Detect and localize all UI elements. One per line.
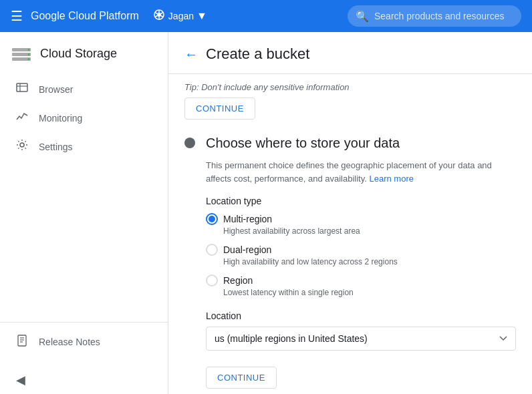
radio-row-region[interactable]: Region [206, 274, 516, 286]
svg-point-17 [20, 143, 24, 147]
settings-icon [16, 139, 28, 154]
svg-line-5 [161, 15, 164, 17]
location-type-heading: Location type [206, 196, 516, 206]
project-name: Jagan [168, 11, 194, 21]
radio-dual-region[interactable] [206, 244, 218, 256]
sidebar-item-monitoring-label: Monitoring [39, 113, 82, 124]
project-dropdown-icon: ▼ [196, 10, 207, 22]
radio-label-multi-region: Multi-region [223, 214, 272, 224]
radio-option-dual-region: Dual-region High availability and low la… [206, 244, 516, 266]
sidebar-item-settings[interactable]: Settings [0, 132, 168, 161]
radio-option-multi-region: Multi-region Highest availability across… [206, 213, 516, 236]
svg-rect-14 [17, 83, 27, 91]
radio-region[interactable] [206, 274, 218, 286]
sidebar-item-browser[interactable]: Browser [0, 75, 168, 104]
svg-rect-18 [18, 335, 26, 346]
page-header: ← Create a bucket [168, 32, 532, 74]
radio-label-dual-region: Dual-region [223, 244, 271, 255]
search-input[interactable] [374, 11, 508, 21]
top-bar: ☰ Google Cloud Platform Jagan ▼ 🔍 [0, 0, 532, 32]
radio-row-dual-region[interactable]: Dual-region [206, 244, 516, 256]
sidebar-item-settings-label: Settings [39, 142, 73, 152]
menu-icon[interactable]: ☰ [11, 8, 23, 24]
radio-desc-region: Lowest latency within a single region [223, 288, 516, 297]
location-heading: Location [206, 311, 516, 321]
content-body: Tip: Don't include any sensitive informa… [168, 74, 532, 394]
radio-label-region: Region [223, 275, 253, 286]
svg-line-4 [155, 12, 158, 13]
step-dot [184, 138, 195, 148]
main-content: ← Create a bucket Tip: Don't include any… [168, 32, 532, 394]
search-icon: 🔍 [356, 10, 369, 23]
sidebar-bottom: Release Notes [0, 322, 168, 366]
svg-point-1 [157, 13, 161, 17]
tip-text: Tip: Don't include any sensitive informa… [184, 74, 516, 97]
sidebar-collapse-button[interactable]: ◀ [0, 366, 168, 394]
main-layout: Cloud Storage Browser [0, 32, 532, 394]
browser-icon [16, 81, 28, 97]
search-bar[interactable]: 🔍 [348, 5, 521, 27]
page-title: Create a bucket [206, 45, 309, 63]
app-title: Google Cloud Platform [31, 10, 139, 22]
location-dropdown[interactable]: us (multiple regions in United States)eu… [206, 327, 516, 351]
continue-section-bottom: CONTINUE [206, 367, 516, 389]
location-section: Choose where to store your data This per… [184, 136, 516, 389]
svg-point-11 [28, 49, 30, 51]
sidebar-title: Cloud Storage [40, 47, 117, 61]
svg-point-12 [28, 53, 30, 55]
sidebar-item-monitoring[interactable]: Monitoring [0, 104, 168, 132]
monitoring-icon [16, 110, 28, 126]
continue-button-top[interactable]: CONTINUE [184, 97, 255, 120]
learn-more-link[interactable]: Learn more [370, 174, 414, 184]
back-button[interactable]: ← [184, 47, 198, 62]
section-description: This permanent choice defines the geogra… [206, 159, 516, 185]
sidebar-nav: Browser Monitoring Settings [0, 69, 168, 198]
radio-row-multi-region[interactable]: Multi-region [206, 213, 516, 225]
section-step: Choose where to store your data This per… [184, 136, 516, 389]
sidebar-item-browser-label: Browser [39, 84, 73, 95]
project-selector[interactable]: Jagan ▼ [152, 8, 207, 25]
radio-option-region: Region Lowest latency within a single re… [206, 274, 516, 297]
sidebar-header: Cloud Storage [0, 32, 168, 69]
sidebar-item-release-notes[interactable]: Release Notes [16, 328, 152, 355]
svg-line-6 [155, 15, 158, 17]
cloud-storage-icon [11, 43, 32, 64]
radio-multi-region[interactable] [206, 213, 218, 225]
svg-point-13 [28, 58, 30, 60]
release-notes-icon [16, 335, 28, 349]
section-body: Choose where to store your data This per… [206, 136, 516, 389]
release-notes-label: Release Notes [39, 337, 100, 347]
project-icon [152, 8, 166, 25]
sidebar: Cloud Storage Browser [0, 32, 168, 394]
svg-line-7 [161, 12, 164, 13]
collapse-icon: ◀ [16, 373, 25, 387]
section-title: Choose where to store your data [206, 136, 516, 151]
radio-desc-dual-region: High availability and low latency across… [223, 257, 516, 266]
continue-button-bottom[interactable]: CONTINUE [206, 367, 277, 389]
radio-desc-multi-region: Highest availability across largest area [223, 226, 516, 236]
